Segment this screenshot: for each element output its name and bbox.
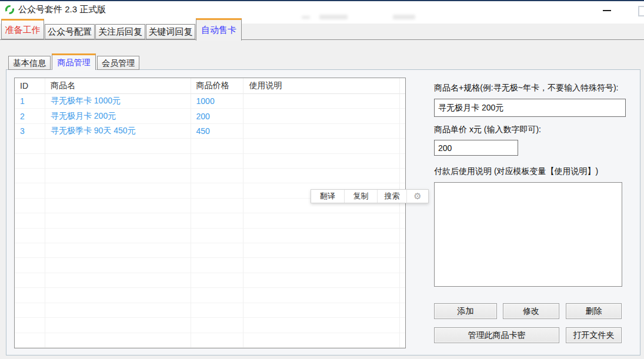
subtab-member-management[interactable]: 会员管理	[97, 56, 139, 70]
table-cell	[400, 258, 405, 273]
table-cell	[15, 154, 45, 169]
table-cell	[243, 169, 400, 183]
table-cell	[45, 183, 191, 198]
tab-keyword-reply[interactable]: 关键词回复	[146, 24, 195, 39]
copy-button[interactable]: 复制	[345, 190, 378, 203]
tab-auto-card-sale[interactable]: 自动售卡	[196, 18, 242, 41]
table-row[interactable]	[15, 229, 405, 243]
product-name-input[interactable]	[434, 99, 626, 117]
table-row[interactable]	[15, 213, 405, 228]
table-row[interactable]	[15, 258, 405, 273]
table-cell	[243, 303, 400, 318]
table-cell	[243, 333, 400, 348]
table-cell	[45, 303, 191, 318]
table-cell	[400, 333, 405, 348]
table-cell	[15, 183, 45, 198]
table-row[interactable]	[15, 303, 405, 318]
table-row[interactable]	[15, 243, 405, 258]
gear-icon[interactable]: ⚙	[407, 190, 428, 203]
table-row[interactable]: 1寻无极年卡 1000元1000	[15, 94, 405, 109]
table-cell	[191, 333, 244, 348]
tab-follow-reply[interactable]: 关注后回复	[95, 24, 145, 39]
tabstrip-border	[0, 39, 644, 40]
table-row[interactable]	[15, 333, 405, 348]
table-cell	[400, 288, 405, 303]
usage-description-label: 付款后使用说明 (对应模板变量【使用说明】)	[434, 166, 598, 177]
table-cell: 寻无极年卡 1000元	[45, 94, 191, 109]
table-cell	[243, 154, 400, 169]
table-cell	[400, 94, 405, 109]
table-cell	[400, 169, 405, 183]
table-cell: 200	[191, 109, 244, 123]
minimize-icon	[603, 10, 611, 11]
table-cell	[400, 318, 405, 333]
open-folder-button[interactable]: 打开文件夹	[566, 327, 622, 343]
table-cell	[243, 139, 400, 153]
table-cell	[400, 303, 405, 318]
table-cell	[400, 213, 405, 228]
table-cell	[243, 229, 400, 243]
usage-description-textarea[interactable]	[434, 182, 622, 287]
table-cell	[15, 199, 45, 213]
column-header-id: ID	[15, 78, 45, 94]
table-cell	[191, 154, 244, 169]
tab-prepare-work[interactable]: 准备工作	[1, 19, 44, 39]
table-cell	[191, 288, 244, 303]
table-cell	[243, 288, 400, 303]
table-row[interactable]	[15, 154, 405, 169]
table-cell	[45, 139, 191, 153]
table-row[interactable]: 3寻无极季卡 90天 450元450	[15, 124, 405, 139]
table-cell	[400, 229, 405, 243]
product-price-label: 商品单价 x元 (输入数字即可):	[434, 125, 541, 135]
search-button[interactable]: 搜索	[378, 190, 407, 203]
column-header-product-name: 商品名	[45, 78, 191, 94]
table-cell	[45, 243, 191, 258]
table-cell	[191, 258, 244, 273]
table-cell: 3	[15, 124, 45, 139]
table-row[interactable]	[15, 288, 405, 303]
subtab-product-management[interactable]: 商品管理	[52, 53, 96, 70]
modify-button[interactable]: 修改	[503, 303, 559, 319]
tab-account-config[interactable]: 公众号配置	[45, 24, 95, 39]
add-button[interactable]: 添加	[434, 303, 497, 319]
table-row[interactable]	[15, 318, 405, 333]
table-cell: 450	[191, 124, 244, 139]
table-cell: 1000	[191, 94, 244, 109]
table-cell	[191, 169, 244, 183]
text-selection-toolbar: 翻译 复制 搜索 ⚙	[311, 189, 429, 203]
table-cell	[400, 243, 405, 258]
delete-button[interactable]: 删除	[566, 303, 622, 319]
product-table-body: 1寻无极年卡 1000元10002寻无极月卡 200元2003寻无极季卡 90天…	[15, 94, 405, 348]
table-cell	[243, 94, 400, 109]
subtab-basic-info[interactable]: 基本信息	[8, 56, 51, 70]
table-row[interactable]	[15, 139, 405, 153]
table-cell	[191, 243, 244, 258]
table-row[interactable]	[15, 273, 405, 288]
table-row[interactable]: 2寻无极月卡 200元200	[15, 109, 405, 123]
table-cell	[45, 273, 191, 288]
table-cell	[15, 258, 45, 273]
table-cell	[243, 109, 400, 123]
table-cell	[191, 273, 244, 288]
table-cell	[15, 333, 45, 348]
product-table[interactable]: ID 商品名 商品价格 使用说明 1寻无极年卡 1000元10002寻无极月卡 …	[14, 78, 406, 348]
table-cell	[15, 318, 45, 333]
translate-button[interactable]: 翻译	[311, 190, 345, 203]
product-price-input[interactable]	[434, 140, 518, 156]
table-cell	[400, 109, 405, 123]
table-cell: 寻无极月卡 200元	[45, 109, 191, 123]
table-cell	[191, 139, 244, 153]
table-cell	[45, 169, 191, 183]
table-cell	[243, 258, 400, 273]
table-cell	[45, 318, 191, 333]
table-row[interactable]	[15, 169, 405, 183]
maximize-button[interactable]	[638, 6, 644, 16]
table-cell	[45, 258, 191, 273]
table-cell	[400, 273, 405, 288]
column-header-price: 商品价格	[191, 78, 244, 94]
window-title: 公众号套件 2.3 正式版	[18, 4, 106, 15]
table-cell	[191, 183, 244, 198]
minimize-button[interactable]	[601, 5, 613, 16]
table-cell	[45, 333, 191, 348]
manage-card-keys-button[interactable]: 管理此商品卡密	[434, 327, 559, 343]
